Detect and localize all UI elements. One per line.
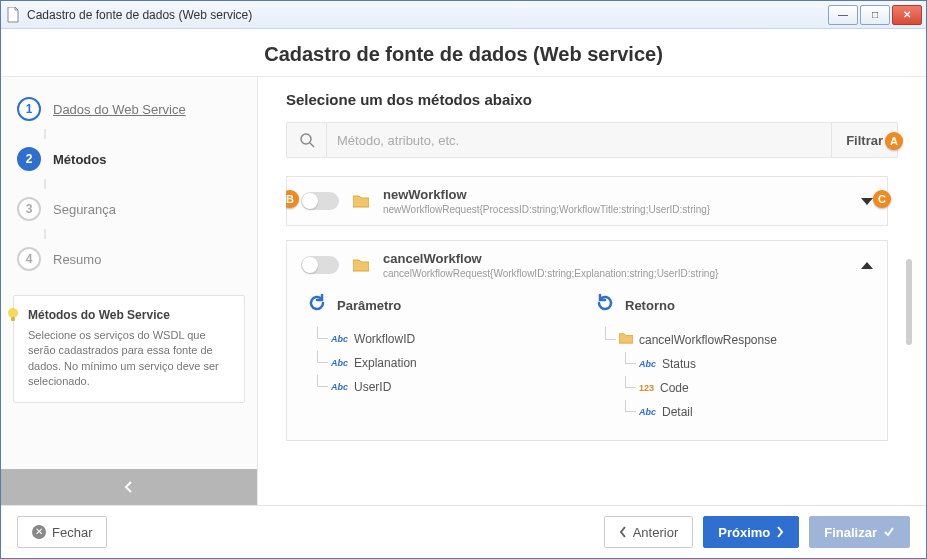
method-card-newworkflow: B C newWorkflow newWorkflowRequest{Proce… [286, 176, 888, 226]
step-separator [44, 229, 46, 239]
return-panel: Retorno cancelWorkflowResponse [591, 293, 871, 424]
parameter-panel: Parâmetro Abc WorkflowID Abc [303, 293, 583, 424]
info-title: Métodos do Web Service [28, 308, 232, 322]
expand-arrow-icon[interactable] [861, 198, 873, 205]
previous-label: Anterior [633, 525, 679, 540]
section-title: Selecione um dos métodos abaixo [286, 91, 898, 108]
param-name: WorkflowID [354, 332, 415, 346]
next-label: Próximo [718, 525, 770, 540]
type-number-icon: 123 [639, 383, 654, 393]
step-number: 3 [17, 197, 41, 221]
return-status[interactable]: Abc Status [639, 352, 871, 376]
method-list: B C newWorkflow newWorkflowRequest{Proce… [286, 176, 898, 441]
check-icon [883, 526, 895, 538]
method-header: newWorkflow newWorkflowRequest{ProcessID… [287, 177, 887, 225]
return-root[interactable]: cancelWorkflowResponse [619, 327, 871, 352]
method-name: newWorkflow [383, 187, 847, 202]
info-text: Selecione os serviços do WSDL que serão … [28, 328, 232, 390]
svg-point-0 [8, 308, 18, 318]
window-close-button[interactable]: ✕ [892, 5, 922, 25]
main-panel: Selecione um dos métodos abaixo Filtrar … [258, 77, 926, 505]
minimize-button[interactable]: — [828, 5, 858, 25]
step-separator [44, 179, 46, 189]
step-security[interactable]: 3 Segurança [17, 189, 247, 229]
return-tree: cancelWorkflowResponse Abc Status [591, 327, 871, 424]
step-number: 1 [17, 97, 41, 121]
param-name: Explanation [354, 356, 417, 370]
svg-line-3 [310, 143, 314, 147]
search-bar: Filtrar A [286, 122, 898, 158]
folder-icon [353, 194, 369, 208]
svg-point-2 [301, 134, 311, 144]
param-userid[interactable]: Abc UserID [331, 375, 583, 399]
method-body: Parâmetro Abc WorkflowID Abc [287, 289, 887, 440]
method-signature: cancelWorkflowRequest{WorkflowID:string;… [383, 268, 847, 279]
parameter-tree: Abc WorkflowID Abc Explanation Abc [303, 327, 583, 399]
step-label: Dados do Web Service [53, 102, 186, 117]
return-name: Detail [662, 405, 693, 419]
chevron-left-icon [122, 480, 136, 494]
type-string-icon: Abc [639, 407, 656, 417]
refresh-in-icon [307, 293, 327, 317]
footer: ✕ Fechar Anterior Próximo Finalizar [1, 505, 926, 558]
parameter-title: Parâmetro [337, 298, 401, 313]
window-controls: — □ ✕ [828, 5, 922, 25]
next-button[interactable]: Próximo [703, 516, 799, 548]
step-separator [44, 129, 46, 139]
step-number: 4 [17, 247, 41, 271]
param-name: UserID [354, 380, 391, 394]
param-explanation[interactable]: Abc Explanation [331, 351, 583, 375]
method-toggle[interactable] [301, 192, 339, 210]
previous-button[interactable]: Anterior [604, 516, 694, 548]
method-header: cancelWorkflow cancelWorkflowRequest{Wor… [287, 241, 887, 289]
type-string-icon: Abc [639, 359, 656, 369]
type-string-icon: Abc [331, 334, 348, 344]
folder-icon [353, 258, 369, 272]
info-card: Métodos do Web Service Selecione os serv… [13, 295, 245, 403]
content-wrap: 1 Dados do Web Service 2 Métodos 3 Segur… [1, 76, 926, 505]
step-summary[interactable]: 4 Resumo [17, 239, 247, 279]
finish-button[interactable]: Finalizar [809, 516, 910, 548]
param-workflowid[interactable]: Abc WorkflowID [331, 327, 583, 351]
folder-icon [619, 332, 633, 347]
scrollbar[interactable] [906, 259, 912, 345]
step-label: Resumo [53, 252, 101, 267]
return-name: Code [660, 381, 689, 395]
step-label: Métodos [53, 152, 106, 167]
maximize-button[interactable]: □ [860, 5, 890, 25]
chevron-right-icon [776, 526, 784, 538]
collapse-arrow-icon[interactable] [861, 262, 873, 269]
wizard-steps: 1 Dados do Web Service 2 Métodos 3 Segur… [1, 77, 257, 287]
step-label: Segurança [53, 202, 116, 217]
close-icon: ✕ [32, 525, 46, 539]
sidebar-back-button[interactable] [1, 469, 257, 505]
badge-c: C [873, 190, 891, 208]
titlebar: Cadastro de fonte de dados (Web service)… [1, 1, 926, 29]
step-methods[interactable]: 2 Métodos [17, 139, 247, 179]
return-root-name: cancelWorkflowResponse [639, 333, 777, 347]
finish-label: Finalizar [824, 525, 877, 540]
search-icon [287, 123, 327, 157]
document-icon [5, 7, 21, 23]
return-title: Retorno [625, 298, 675, 313]
method-card-cancelworkflow: cancelWorkflow cancelWorkflowRequest{Wor… [286, 240, 888, 441]
sidebar: 1 Dados do Web Service 2 Métodos 3 Segur… [1, 77, 258, 505]
refresh-out-icon [595, 293, 615, 317]
step-web-service-data[interactable]: 1 Dados do Web Service [17, 89, 247, 129]
close-label: Fechar [52, 525, 92, 540]
search-input[interactable] [327, 123, 831, 157]
close-button[interactable]: ✕ Fechar [17, 516, 107, 548]
return-code[interactable]: 123 Code [639, 376, 871, 400]
method-info: cancelWorkflow cancelWorkflowRequest{Wor… [383, 251, 847, 279]
return-detail[interactable]: Abc Detail [639, 400, 871, 424]
return-name: Status [662, 357, 696, 371]
method-toggle[interactable] [301, 256, 339, 274]
chevron-left-icon [619, 526, 627, 538]
method-signature: newWorkflowRequest{ProcessID:string;Work… [383, 204, 847, 215]
page-title: Cadastro de fonte de dados (Web service) [1, 29, 926, 76]
svg-rect-1 [11, 317, 15, 321]
method-name: cancelWorkflow [383, 251, 847, 266]
window-title: Cadastro de fonte de dados (Web service) [27, 8, 828, 22]
window-frame: Cadastro de fonte de dados (Web service)… [0, 0, 927, 559]
method-info: newWorkflow newWorkflowRequest{ProcessID… [383, 187, 847, 215]
